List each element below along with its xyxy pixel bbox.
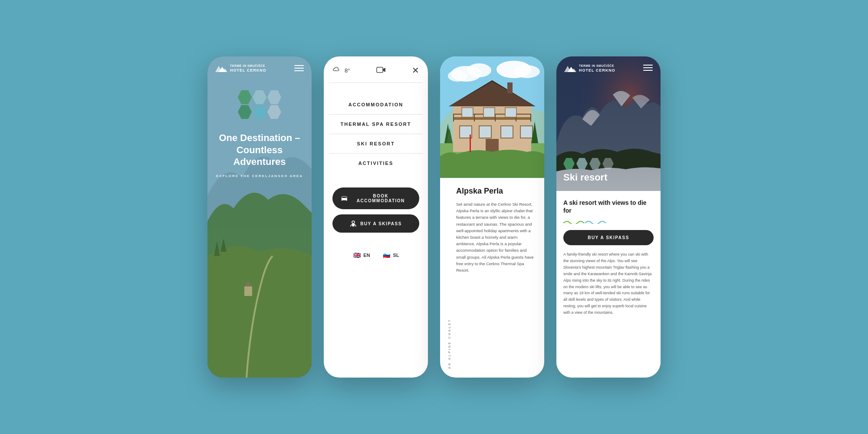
menu-item-thermal-spa[interactable]: THERMAL SPA RESORT bbox=[324, 115, 428, 134]
temperature-display: 8° bbox=[345, 67, 350, 74]
svg-rect-14 bbox=[342, 198, 344, 200]
svg-rect-35 bbox=[530, 114, 531, 122]
phone1-content: TERME IN SMUČIŠČE HOTEL CERKNO bbox=[207, 56, 312, 378]
geometric-shapes-4 bbox=[563, 158, 614, 169]
svg-point-24 bbox=[514, 65, 540, 78]
phone4-header: TERME IN SMUČIŠČE HOTEL CERKNO bbox=[556, 56, 661, 77]
hamburger-menu-icon[interactable] bbox=[294, 65, 304, 72]
close-icon[interactable]: ✕ bbox=[412, 66, 419, 75]
phone2-actions: BOOK ACCOMMODATION BUY A SKIPASS bbox=[324, 177, 428, 243]
phone3-card: AN ALPINE CHALET Alpska Perla Set amid n… bbox=[440, 178, 544, 378]
phone-3: AN ALPINE CHALET Alpska Perla Set amid n… bbox=[440, 56, 544, 378]
phones-container: TERME IN SMUČIŠČE HOTEL CERKNO bbox=[207, 56, 661, 378]
svg-point-21 bbox=[467, 63, 491, 77]
mountains-logo-icon bbox=[215, 64, 227, 73]
logo-line1-4: TERME IN SMUČIŠČE bbox=[579, 64, 615, 68]
menu-item-activities[interactable]: ACTIVITIES bbox=[324, 154, 428, 173]
logo-area-4: TERME IN SMUČIŠČE HOTEL CERKNO bbox=[564, 64, 615, 73]
lang-sl[interactable]: 🇸🇮 SL bbox=[382, 251, 399, 260]
wave-divider bbox=[563, 219, 654, 224]
phone1-subheading: EXPLORE THE CERKLJANSKO AREA bbox=[207, 174, 312, 178]
weather-area: 8° bbox=[332, 66, 350, 74]
hamburger-menu-icon-4[interactable] bbox=[643, 65, 653, 72]
logo-line1-1: TERME IN SMUČIŠČE bbox=[230, 64, 266, 68]
svg-rect-16 bbox=[346, 200, 347, 201]
svg-rect-55 bbox=[643, 67, 653, 68]
svg-marker-12 bbox=[383, 68, 385, 72]
svg-rect-31 bbox=[453, 114, 454, 122]
geometric-shapes-1 bbox=[233, 90, 286, 119]
card-body-3: Alpska Perla Set amid nature at the Cerk… bbox=[456, 187, 536, 369]
bed-icon bbox=[341, 196, 348, 201]
phone-1: TERME IN SMUČIŠČE HOTEL CERKNO bbox=[207, 56, 312, 378]
svg-rect-41 bbox=[483, 108, 495, 117]
svg-rect-32 bbox=[474, 114, 475, 122]
svg-point-17 bbox=[352, 221, 355, 224]
phone-4: TERME IN SMUČIŠČE HOTEL CERKNO bbox=[556, 56, 661, 378]
buy-skipass-button-2[interactable]: BUY A SKIPASS bbox=[332, 214, 419, 233]
svg-rect-37 bbox=[479, 126, 491, 138]
phone2-top-bar: 8° ✕ bbox=[324, 56, 428, 79]
phone1-headline: One Destination – Countless Adventures bbox=[207, 132, 312, 168]
logo-line2-4: HOTEL CERKNO bbox=[579, 68, 615, 73]
svg-rect-29 bbox=[453, 117, 531, 120]
svg-rect-9 bbox=[294, 68, 304, 69]
navigation-menu: ACCOMMODATION THERMAL SPA RESORT SKI RES… bbox=[324, 95, 428, 173]
svg-rect-42 bbox=[505, 108, 516, 117]
logo-line2-1: HOTEL CERKNO bbox=[230, 68, 266, 73]
book-accommodation-button[interactable]: BOOK ACCOMMODATION bbox=[332, 187, 419, 209]
card-title-3: Alpska Perla bbox=[456, 187, 536, 196]
mountains-logo-icon-4 bbox=[564, 64, 576, 73]
buy-skipass-button-4[interactable]: BUY A SKIPASS bbox=[563, 230, 654, 245]
menu-item-accommodation[interactable]: ACCOMMODATION bbox=[324, 95, 428, 114]
phone1-header: TERME IN SMUČIŠČE HOTEL CERKNO bbox=[207, 56, 312, 77]
phone4-description: A family-friendly ski resort where you c… bbox=[563, 251, 654, 316]
chalet-image bbox=[440, 56, 544, 178]
phone4-body: A ski resort with views to die for BUY A… bbox=[556, 191, 661, 378]
svg-rect-48 bbox=[470, 135, 471, 152]
logo-area-1: TERME IN SMUČIŠČE HOTEL CERKNO bbox=[215, 64, 266, 73]
svg-rect-18 bbox=[352, 224, 354, 226]
svg-rect-44 bbox=[507, 82, 513, 93]
video-icon[interactable] bbox=[376, 66, 386, 75]
divider-1 bbox=[329, 82, 423, 83]
svg-rect-39 bbox=[520, 126, 533, 138]
vertical-label: AN ALPINE CHALET bbox=[448, 187, 451, 369]
phone-2: 8° ✕ ACCOMMODATION THERMAL SPA RESORT SK… bbox=[324, 56, 428, 378]
menu-item-ski-resort[interactable]: SKI RESORT bbox=[324, 134, 428, 153]
sl-flag-icon: 🇸🇮 bbox=[382, 251, 391, 260]
svg-rect-15 bbox=[342, 200, 342, 201]
svg-rect-11 bbox=[377, 67, 383, 72]
phone4-subtitle: A ski resort with views to die for bbox=[563, 199, 654, 214]
svg-rect-54 bbox=[643, 65, 653, 66]
svg-rect-40 bbox=[462, 108, 473, 117]
svg-rect-8 bbox=[294, 65, 304, 66]
phone4-hero: TERME IN SMUČIŠČE HOTEL CERKNO bbox=[556, 56, 661, 191]
phone4-hero-title: Ski resort bbox=[563, 172, 608, 183]
svg-rect-56 bbox=[643, 70, 653, 71]
card-description-3: Set amid nature at the Cerkno Ski Resort… bbox=[456, 201, 536, 273]
svg-point-22 bbox=[448, 70, 467, 82]
svg-rect-10 bbox=[294, 70, 304, 71]
language-switcher: 🇬🇧 EN 🇸🇮 SL bbox=[324, 251, 428, 260]
lang-en[interactable]: 🇬🇧 EN bbox=[352, 251, 370, 260]
svg-rect-43 bbox=[486, 139, 499, 152]
cloud-icon bbox=[332, 66, 342, 74]
en-flag-icon: 🇬🇧 bbox=[352, 251, 361, 260]
skipass-icon bbox=[350, 220, 357, 227]
svg-rect-38 bbox=[501, 126, 513, 138]
